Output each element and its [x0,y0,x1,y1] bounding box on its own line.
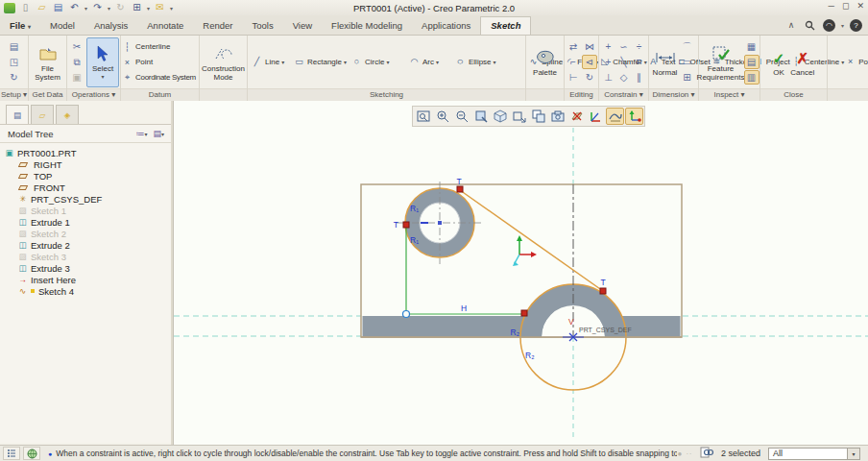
community-caret-icon[interactable]: ▾ [841,22,844,29]
close-button[interactable]: ✕ [856,1,864,11]
palette-button[interactable]: Palette [533,37,557,87]
props-icon[interactable]: ↻ [7,70,22,85]
navtab-favorites[interactable]: ◈ [56,105,79,124]
coincident-constraint-icon[interactable]: ╲ [616,55,632,69]
copy-icon[interactable]: ⧉ [69,55,84,69]
perimeter-dimension-icon[interactable]: ⌒ [679,39,694,54]
navtab-model-tree[interactable]: ▤ [6,105,29,124]
line-button[interactable]: ╱Line▾ [251,55,293,69]
repaint-button[interactable] [471,108,490,125]
perpendicular-constraint-icon[interactable]: ⊥ [601,70,616,85]
saved-orientations-button[interactable] [510,108,528,125]
annotation-display-button[interactable] [587,108,605,125]
tree-item-top[interactable]: TOP [4,170,171,182]
cancel-button[interactable]: ✗ Cancel [790,37,814,87]
mirror-icon[interactable]: ⋈ [582,39,597,54]
equal-constraint-icon[interactable]: = [632,55,647,69]
selected-constraint-square[interactable] [457,186,463,192]
group-label-operations[interactable]: Operations ▾ [67,88,120,101]
collapse-ribbon-icon[interactable]: ∧ [784,18,798,32]
selection-filter-dropdown[interactable]: All ▾ [768,448,860,460]
community-icon[interactable]: ◠ [823,19,835,32]
overlapping-geometry-icon[interactable]: ▦ [744,39,760,54]
datum-point-button[interactable]: ×Point [121,55,199,69]
reference-icon[interactable]: ◳ [7,55,22,69]
delete-segment-icon[interactable]: ⊲ [582,55,597,69]
tab-model[interactable]: Model [40,17,84,35]
ok-button[interactable]: ✓ OK [773,37,785,87]
sketch-display-button[interactable] [606,108,624,125]
tree-item-insert-here[interactable]: →Insert Here [4,274,171,285]
tree-item-extrude3[interactable]: ◫Extrude 3 [4,262,171,274]
graphics-area[interactable]: T R₁ R₁ T T H R₂ R₂ V PRT_CSYS_DEF [174,101,868,445]
tab-tools[interactable]: Tools [243,17,283,35]
find-icon[interactable] [700,447,713,460]
tree-item-sketch2[interactable]: ▨Sketch 2 [4,228,171,239]
feature-requirements-button[interactable]: Feature Requirements [700,37,742,87]
selection-filter-caret-icon[interactable]: ▾ [847,449,859,459]
tab-applications[interactable]: Applications [412,17,480,35]
baseline-dimension-icon[interactable]: ▭ [679,55,694,69]
divide-icon[interactable]: ⊢ [566,70,581,85]
corner-icon[interactable]: ⌐ [566,55,581,69]
tree-item-sketch1[interactable]: ▨Sketch 1 [4,205,171,216]
tab-sketch[interactable]: Sketch [480,16,531,35]
arc-button[interactable]: ◠Arc▾ [408,55,454,69]
sketch-canvas[interactable]: T R₁ R₁ T T H R₂ R₂ V PRT_CSYS_DEF [174,101,868,445]
display-style-button[interactable] [491,108,509,125]
tab-view[interactable]: View [283,17,322,35]
group-label-inspect[interactable]: Inspect ▾ [699,88,760,101]
group-label-setup[interactable]: Setup ▾ [0,88,28,101]
horizontal-constraint-icon[interactable]: + [601,55,616,69]
refit-button[interactable] [414,108,432,125]
construction-mode-button[interactable]: Construction Mode [200,37,247,87]
datum-display-button[interactable] [567,108,586,125]
ellipse-button[interactable]: ○Ellipse▾ [454,55,527,69]
highlight-open-ends-icon[interactable]: ▤ [744,55,760,69]
midpoint-constraint-icon[interactable]: ÷ [632,39,647,54]
zoom-in-button[interactable] [433,108,451,125]
tab-annotate[interactable]: Annotate [137,17,193,35]
rectangle-button[interactable]: ▭Rectangle▾ [293,55,350,69]
select-button[interactable]: Select ▾ [86,37,119,87]
coincident-glyph[interactable] [403,311,410,318]
datum-csys-button[interactable]: ⌖Coordinate System [121,70,199,85]
tab-file[interactable]: File ▾ [0,17,40,35]
tree-item-extrude1[interactable]: ◫Extrude 1 [4,216,171,228]
tree-item-sketch4[interactable]: ∿Sketch 4 [4,285,171,297]
sketch-setup-icon[interactable]: ▤ [7,39,22,54]
tree-item-csys[interactable]: ✳PRT_CSYS_DEF [4,193,171,205]
tree-item-extrude2[interactable]: ◫Extrude 2 [4,239,171,251]
rotate-resize-icon[interactable]: ↻ [582,70,597,85]
datum-centerline-button[interactable]: ┆Centerline [121,39,199,54]
restore-button[interactable]: ◻ [842,1,849,11]
view-manager-button[interactable] [529,108,547,125]
shade-closed-loops-icon[interactable]: ▥ [744,70,760,85]
group-label-dimension[interactable]: Dimension ▾ [649,88,698,101]
tab-analysis[interactable]: Analysis [84,17,137,35]
vertical-constraint-icon[interactable]: + [601,39,616,54]
tangent-constraint-icon[interactable]: ∽ [616,39,632,54]
navtab-folder-browser[interactable]: ▱ [31,105,54,124]
tree-item-right[interactable]: RIGHT [4,158,171,170]
tab-render[interactable]: Render [193,17,242,35]
modify-icon[interactable]: ⇄ [566,39,581,54]
boss-center-point[interactable] [438,221,442,225]
tree-item-front[interactable]: FRONT [4,182,171,193]
tree-columns-button[interactable]: ▤▾ [150,129,167,138]
browser-toggle-button[interactable] [23,447,40,460]
tree-item-part[interactable]: ▣PRT0001.PRT [4,147,171,158]
parallel-constraint-icon[interactable]: ∥ [632,70,647,85]
tree-item-sketch3[interactable]: ▨Sketch 3 [4,251,171,262]
selected-constraint-square[interactable] [403,222,409,228]
tree-filters-button[interactable]: ≔▾ [133,129,150,138]
symmetric-constraint-icon[interactable]: ◇ [616,70,632,85]
selected-constraint-square[interactable] [521,310,527,316]
circle-button[interactable]: ○Circle▾ [350,55,408,69]
navigator-toggle-button[interactable] [3,447,20,460]
tab-flexible-modeling[interactable]: Flexible Modeling [322,17,412,35]
zoom-out-button[interactable] [452,108,470,125]
minimize-button[interactable]: ─ [829,1,834,11]
sketch-orientation-button[interactable] [625,108,643,125]
normal-dimension-button[interactable]: Normal [653,37,678,87]
